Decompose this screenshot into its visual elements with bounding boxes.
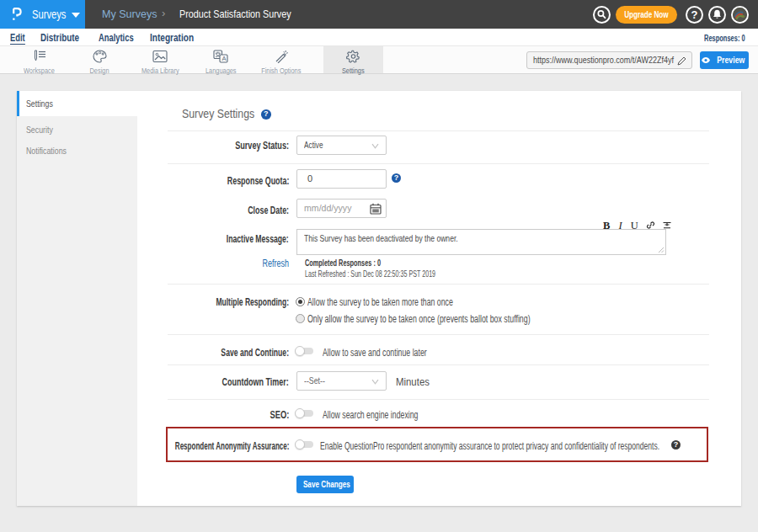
svg-text:A: A [222, 55, 226, 62]
